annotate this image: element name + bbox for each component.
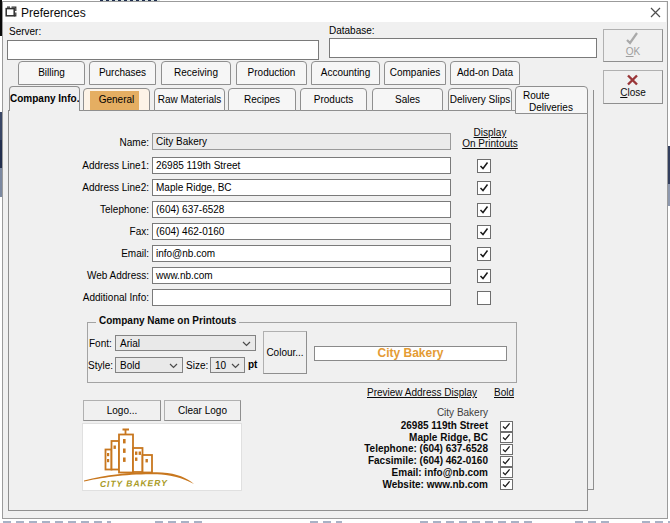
svg-text:CITY BAKERY: CITY BAKERY [100,478,168,489]
